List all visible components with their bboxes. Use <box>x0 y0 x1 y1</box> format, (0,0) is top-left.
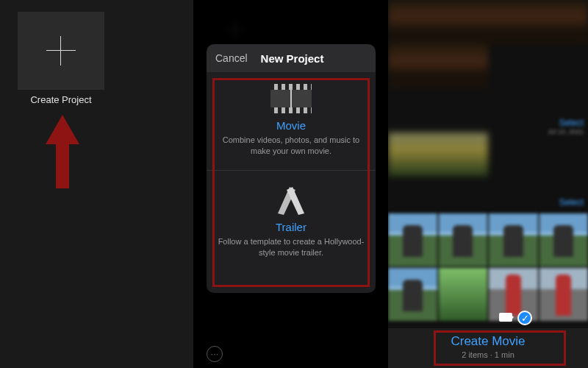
moment-date: Jul 10, 2021 <box>548 128 584 135</box>
media-thumb[interactable] <box>539 213 589 266</box>
new-project-options: Movie Combine videos, photos, and music … <box>207 72 376 293</box>
media-thumb[interactable] <box>488 44 588 88</box>
video-icon <box>499 313 512 322</box>
panel-new-project: Cancel New Project Movie Combine videos,… <box>193 0 388 368</box>
create-project-tile[interactable] <box>18 12 104 90</box>
media-thumb[interactable] <box>388 268 437 321</box>
media-moments-blur <box>388 0 588 213</box>
media-thumb[interactable] <box>439 268 488 321</box>
option-trailer[interactable]: Trailer Follow a template to create a Ho… <box>207 170 376 272</box>
option-movie-title: Movie <box>217 119 365 132</box>
panel-create-project: Create Project <box>0 0 193 368</box>
media-thumb[interactable] <box>488 132 588 177</box>
film-strip-icon <box>270 84 312 113</box>
create-movie-bar[interactable]: Create Movie 2 items · 1 min <box>388 328 588 368</box>
create-movie-subtitle: 2 items · 1 min <box>388 350 588 359</box>
more-button[interactable]: ··· <box>207 346 223 362</box>
svg-marker-0 <box>46 115 79 188</box>
media-thumb[interactable] <box>388 213 437 266</box>
media-thumb[interactable] <box>388 0 488 44</box>
media-thumb[interactable] <box>488 0 588 44</box>
media-thumb[interactable] <box>388 44 488 88</box>
media-thumb[interactable] <box>388 132 488 177</box>
option-trailer-title: Trailer <box>217 221 365 233</box>
cancel-button[interactable]: Cancel <box>207 52 248 64</box>
annotation-arrow-icon <box>46 115 79 188</box>
media-thumb[interactable] <box>388 88 488 132</box>
media-thumb[interactable] <box>539 268 589 321</box>
media-grid <box>388 213 588 321</box>
plus-icon <box>226 21 245 40</box>
panel-media-picker: Select Jul 10, 2021 Select ✓ Create Movi… <box>388 0 588 368</box>
new-project-title: New Project <box>248 52 324 65</box>
new-project-header: Cancel New Project <box>207 44 376 72</box>
spotlights-icon <box>273 183 309 215</box>
selected-check-icon: ✓ <box>517 311 532 325</box>
select-button[interactable]: Select <box>559 197 584 208</box>
create-project-label: Create Project <box>18 94 104 105</box>
option-movie[interactable]: Movie Combine videos, photos, and music … <box>207 72 376 170</box>
create-movie-title: Create Movie <box>388 334 588 349</box>
option-trailer-subtitle: Follow a template to create a Hollywood-… <box>217 236 365 258</box>
media-thumb[interactable] <box>489 213 538 266</box>
select-button[interactable]: Select <box>559 118 584 128</box>
option-movie-subtitle: Combine videos, photos, and music to mak… <box>217 135 365 157</box>
plus-icon <box>46 36 76 66</box>
media-thumb[interactable] <box>439 213 488 266</box>
